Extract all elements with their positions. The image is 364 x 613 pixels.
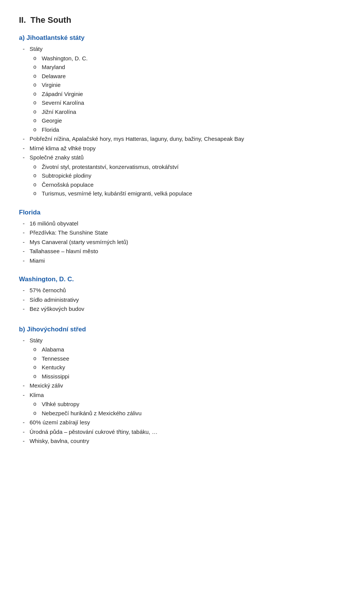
- florida-heading: Florida: [19, 209, 345, 216]
- title-roman: II.: [19, 15, 26, 25]
- list-item: Severní Karolína: [30, 99, 345, 107]
- staty-sublist: Washington, D. C. Maryland Delaware Virg…: [30, 54, 345, 134]
- list-item: Jižní Karolína: [30, 108, 345, 117]
- znaky-sublist: Životní styl, protestantství, konzervati…: [30, 163, 345, 198]
- washington-heading: Washington, D. C.: [19, 276, 345, 283]
- list-item: 57% černochů: [19, 286, 345, 295]
- section-b-list: Státy Alabama Tennessee Kentucky Mississ…: [19, 336, 345, 446]
- list-item: Nebezpečí hurikánů z Mexického zálivu: [30, 409, 345, 418]
- list-item: Mississippi: [30, 372, 345, 381]
- list-item: Georgie: [30, 117, 345, 125]
- florida-list: 16 miliónů obyvatel Přezdívka: The Sunsh…: [19, 219, 345, 265]
- list-item: Státy Alabama Tennessee Kentucky Mississ…: [19, 336, 345, 381]
- list-item: Sídlo administrativy: [19, 296, 345, 304]
- list-item: 60% území zabírají lesy: [19, 418, 345, 427]
- list-item: Černošská populace: [30, 181, 345, 189]
- list-item: Whisky, bavlna, country: [19, 437, 345, 446]
- list-item: Společné znaky států Životní styl, prote…: [19, 153, 345, 198]
- klima-sublist: Vlhké subtropy Nebezpečí hurikánů z Mexi…: [30, 400, 345, 418]
- section-a-heading: a) Jihoatlantské státy: [19, 34, 345, 42]
- list-item: Bez výškových budov: [19, 305, 345, 314]
- list-item: Vlhké subtropy: [30, 400, 345, 409]
- list-item: Florida: [30, 126, 345, 134]
- b-staty-sublist: Alabama Tennessee Kentucky Mississippi: [30, 345, 345, 381]
- section-a: a) Jihoatlantské státy Státy Washington,…: [19, 34, 345, 198]
- section-florida: Florida 16 miliónů obyvatel Přezdívka: T…: [19, 209, 345, 265]
- list-item: Delaware: [30, 72, 345, 81]
- list-item: Miami: [19, 257, 345, 265]
- list-item: Washington, D. C.: [30, 54, 345, 63]
- list-item: Pobřežní nížina, Apalačské hory, mys Hat…: [19, 135, 345, 143]
- list-item: Tallahassee – hlavní město: [19, 247, 345, 256]
- title-text: The South: [30, 15, 71, 25]
- list-item: Alabama: [30, 345, 345, 354]
- list-item: Úrodná půda – pěstování cukrové třtiny, …: [19, 428, 345, 437]
- list-item: 16 miliónů obyvatel: [19, 219, 345, 228]
- section-a-list: Státy Washington, D. C. Maryland Delawar…: [19, 45, 345, 198]
- list-item: Maryland: [30, 63, 345, 72]
- washington-list: 57% černochů Sídlo administrativy Bez vý…: [19, 286, 345, 314]
- list-item: Životní styl, protestantství, konzervati…: [30, 163, 345, 172]
- list-item: Mys Canaveral (starty vesmírných letů): [19, 238, 345, 247]
- list-item: Přezdívka: The Sunshine State: [19, 228, 345, 237]
- section-b: b) Jihovýchodní střed Státy Alabama Tenn…: [19, 326, 345, 446]
- list-item: Virginie: [30, 81, 345, 90]
- list-item: Západní Virginie: [30, 90, 345, 99]
- list-item: Mexický záliv: [19, 381, 345, 390]
- list-item: Mírné klima až vlhké tropy: [19, 144, 345, 153]
- list-item: Státy Washington, D. C. Maryland Delawar…: [19, 45, 345, 134]
- list-item: Subtropické plodiny: [30, 172, 345, 180]
- list-item: Tennessee: [30, 355, 345, 363]
- list-item: Klima Vlhké subtropy Nebezpečí hurikánů …: [19, 391, 345, 418]
- page-title: II. The South: [19, 15, 345, 25]
- list-item: Kentucky: [30, 363, 345, 372]
- section-b-heading: b) Jihovýchodní střed: [19, 326, 345, 333]
- section-washington: Washington, D. C. 57% černochů Sídlo adm…: [19, 276, 345, 314]
- list-item: Turismus, vesmírné lety, kubánští emigra…: [30, 189, 345, 198]
